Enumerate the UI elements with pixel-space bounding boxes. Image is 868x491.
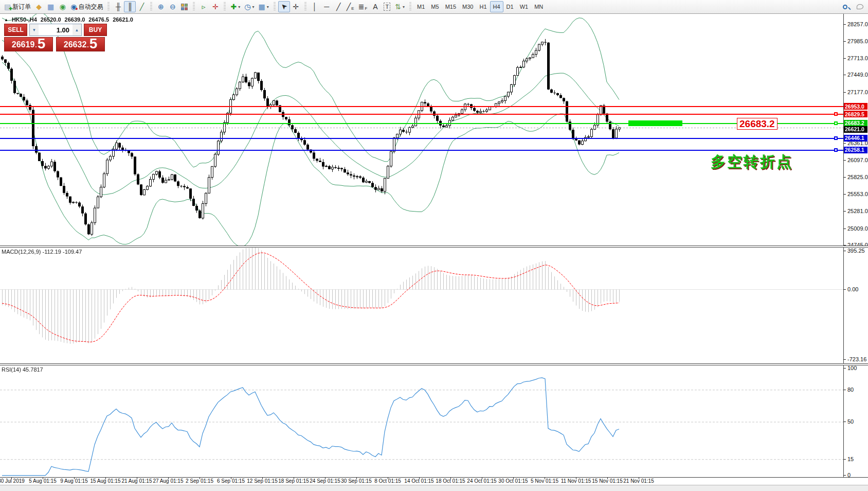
tf-m5-button[interactable]: M5 (428, 1, 442, 12)
cursor-button[interactable]: ➤ (278, 1, 290, 12)
price-axis-tick: 28257.0 (843, 21, 868, 27)
main-toolbar: ▤✚新订单◆▦◉◉●自动交易╫║╱⊕⊖▹✛✚▾◷▾▦▾➤✛│─╱╱E≣FAT⇅▾… (0, 0, 868, 14)
chart-window-icon: ▦ (47, 3, 54, 10)
macd-indicator-canvas[interactable] (0, 248, 843, 363)
indicator-window-button[interactable]: ▹ (197, 1, 209, 12)
tf-m15-button[interactable]: M15 (442, 1, 459, 12)
macd-axis-tick: 395.25 (843, 248, 865, 254)
buy-button[interactable]: BUY (84, 24, 107, 36)
price-chart-canvas[interactable] (0, 14, 843, 246)
new-order-button[interactable]: ▤✚新订单 (2, 1, 33, 12)
time-axis-tick (545, 477, 545, 479)
equidistant-channel-button[interactable]: ╱E (345, 1, 356, 12)
tf-h1-button[interactable]: H1 (476, 1, 490, 12)
current-price-badge: 26621.0 (844, 126, 867, 133)
panel-separator[interactable] (0, 246, 868, 248)
horizontal-line-26683.2[interactable] (0, 123, 843, 124)
open-value: 26520.0 (41, 16, 61, 23)
price-level-callout[interactable]: 26683.2 (737, 118, 777, 130)
horizontal-line-26953[interactable] (0, 106, 843, 107)
signal-button[interactable]: ◉ (57, 1, 68, 12)
fibonacci-button[interactable]: ≣F (356, 1, 370, 12)
collapse-panel-icon[interactable]: ▲ (4, 17, 8, 23)
symbol-period-label: HK50-,H4 (12, 16, 37, 23)
high-value: 26639.0 (65, 16, 85, 23)
line-handle[interactable] (834, 136, 838, 140)
price-line-badge: 26258.1 (844, 147, 867, 153)
toolbar-separator (224, 2, 226, 11)
rsi-axis-tick: 15 (843, 456, 854, 462)
equidistant-channel-icon: ╱ (347, 3, 351, 10)
toolbar-separator (193, 2, 195, 11)
tile-windows-button[interactable] (178, 1, 190, 12)
arrows-icon: ⇅ (395, 3, 401, 10)
status-strip (0, 485, 868, 491)
chart-annotation-text[interactable]: 多空转折点 (711, 152, 793, 172)
chart-region: ▲ HK50-,H4 26520.0 26639.0 26476.5 26621… (0, 0, 868, 491)
line-chart-type-button[interactable]: ╱ (136, 1, 148, 12)
period-icon: ◷ (244, 3, 250, 10)
horizontal-line-26258.1[interactable] (0, 150, 843, 151)
arrows-button[interactable]: ⇅▾ (393, 1, 407, 12)
time-axis-tick (576, 477, 576, 479)
line-handle[interactable] (834, 121, 838, 125)
rsi-label: RSI(14) 45.7817 (2, 366, 43, 373)
time-axis-tick (639, 477, 639, 479)
template-button[interactable]: ▦▾ (256, 1, 270, 12)
volume-increase-button[interactable]: ▴ (73, 24, 81, 36)
candlestick-chart-type-icon: ║ (128, 3, 133, 10)
sell-button[interactable]: SELL (4, 24, 27, 36)
tf-m30-button[interactable]: M30 (459, 1, 476, 12)
zoom-in-button[interactable]: ⊕ (155, 1, 167, 12)
chart-window-button[interactable]: ▦ (45, 1, 57, 12)
highlight-band[interactable] (628, 120, 682, 126)
volume-decrease-button[interactable]: ▾ (30, 24, 39, 36)
tf-h4-button[interactable]: H4 (490, 1, 503, 12)
volume-input[interactable]: 1.00 (39, 24, 73, 36)
auto-trading-button[interactable]: ◉●自动交易 (68, 1, 105, 12)
tf-mn-button[interactable]: MN (531, 1, 546, 12)
price-axis-tick: 27449.0 (843, 72, 868, 78)
text-icon: A (373, 3, 377, 10)
tf-m1-button[interactable]: M1 (414, 1, 428, 12)
line-handle[interactable] (834, 112, 838, 116)
period-button[interactable]: ◷▾ (242, 1, 256, 12)
sell-price-button[interactable]: 26619 . 5 (4, 37, 53, 51)
horizontal-line-26446.1[interactable] (0, 138, 843, 139)
price-axis-tick: 27713.0 (843, 55, 868, 61)
time-axis-tick (168, 477, 169, 479)
tile-windows-icon (181, 4, 188, 10)
chat-button[interactable] (854, 1, 866, 12)
vertical-line-button[interactable]: │ (309, 1, 321, 12)
time-axis-tick (325, 477, 326, 479)
toolbar-separator (150, 2, 152, 11)
fibonacci-icon: ≣ (358, 3, 365, 10)
horizontal-line-26829.5[interactable] (0, 114, 843, 115)
text-button[interactable]: A (369, 1, 381, 12)
zoom-out-button[interactable]: ⊖ (167, 1, 178, 12)
chat-icon (857, 4, 863, 9)
trendline-button[interactable]: ╱ (333, 1, 345, 12)
time-axis[interactable]: 30 Jul 20195 Aug 01:159 Aug 01:1515 Aug … (0, 478, 843, 485)
rsi-indicator-canvas[interactable] (0, 365, 843, 477)
line-handle[interactable] (834, 148, 838, 152)
text-label-button[interactable]: T (381, 1, 393, 12)
crosshair-button[interactable]: ✛ (290, 1, 302, 12)
time-axis-tick (607, 477, 608, 479)
price-axis-tick: 25009.0 (843, 225, 868, 232)
buy-price-button[interactable]: 26632 . 5 (56, 37, 105, 51)
time-axis-tick (388, 477, 388, 479)
panel-separator[interactable] (0, 363, 868, 365)
time-axis-tick (137, 477, 137, 479)
text-label-icon: T (384, 3, 390, 11)
horizontal-line-button[interactable]: ─ (321, 1, 333, 12)
tf-d1-button[interactable]: D1 (503, 1, 517, 12)
new-chart-button[interactable]: ✛ (209, 1, 221, 12)
add-indicator-button[interactable]: ✚▾ (228, 1, 242, 12)
search-button[interactable] (841, 1, 854, 12)
bar-chart-type-button[interactable]: ╫ (112, 1, 124, 12)
price-line-badge: 26446.1 (844, 135, 867, 142)
tf-w1-button[interactable]: W1 (517, 1, 532, 12)
candlestick-chart-type-button[interactable]: ║ (124, 1, 136, 12)
eraser-button[interactable]: ◆ (33, 1, 45, 12)
